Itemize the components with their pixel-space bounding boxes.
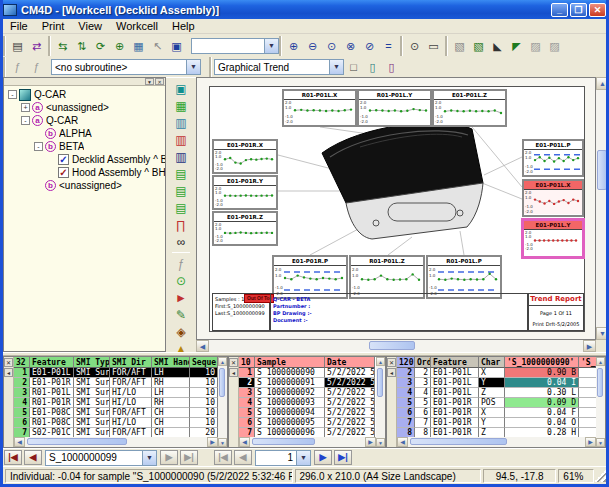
table-row[interactable]: 6R01-P08CSMI SurfHI/LOCH10	[14, 418, 218, 428]
menu-help[interactable]: Help	[165, 20, 202, 32]
table-row[interactable]: 66E01-P01RX0.04 F	[397, 408, 596, 418]
column-header[interactable]: SMI Hand	[152, 357, 190, 368]
binoculars-icon[interactable]: ∞	[171, 233, 191, 250]
cell[interactable]: S 1000000093	[255, 398, 325, 408]
chart-blue-green-icon[interactable]: ▥	[171, 114, 191, 131]
cell[interactable]	[579, 428, 596, 437]
collapse-icon[interactable]: -	[34, 142, 43, 151]
cell[interactable]: 0.04 I	[505, 378, 579, 388]
cell[interactable]: 6	[415, 408, 431, 418]
cell[interactable]: CH	[152, 428, 190, 437]
pane-collapse-icon[interactable]: ◂	[229, 368, 238, 377]
find-icon[interactable]: ▨	[527, 38, 544, 54]
pane-collapse-icon[interactable]: ◂	[387, 368, 396, 377]
column-header[interactable]: Seque	[190, 357, 218, 368]
tree-item--unassigned-[interactable]: +a<unassigned>	[4, 101, 165, 114]
cell[interactable]: HI/LO	[110, 388, 152, 398]
workcell-view-icon[interactable]: ▣	[171, 80, 191, 97]
expand-icon[interactable]: +	[21, 103, 30, 112]
print-all-icon[interactable]: ⇄	[28, 38, 45, 54]
cell[interactable]: CH	[152, 418, 190, 428]
pane-close-icon[interactable]: ✕	[229, 358, 238, 367]
query-prev-icon[interactable]: ▧	[451, 38, 468, 54]
cell[interactable]: SMI Surf	[74, 368, 110, 378]
column-header[interactable]: Feature	[431, 357, 479, 368]
table-row[interactable]: 33E01-P01LY0.04 I	[397, 378, 596, 388]
trend-chart-e01-p01l.y[interactable]: E01-P01L.Y2.01.0-1.0-2.0	[521, 218, 585, 259]
cell[interactable]: E01-P01R	[431, 408, 479, 418]
cell[interactable]: SMI Surf	[74, 378, 110, 388]
cell[interactable]: SMI Surf	[74, 388, 110, 398]
chevron-down-icon[interactable]: ▼	[329, 60, 343, 74]
update-icon[interactable]: ⇅	[73, 38, 90, 54]
cell[interactable]: FOR/AFT	[110, 378, 152, 388]
cell[interactable]: 8	[415, 428, 431, 437]
cell[interactable]: SMI Surf	[74, 428, 110, 437]
cell[interactable]: 0.30 L	[505, 388, 579, 398]
cell[interactable]: E01-P01R	[431, 428, 479, 437]
chevron-down-icon[interactable]: ▼	[264, 39, 278, 53]
cell[interactable]: 10	[190, 398, 218, 408]
comb-chart-icon[interactable]: ∏	[171, 216, 191, 233]
cell[interactable]: S 1000000096	[255, 428, 325, 437]
cell[interactable]: Z	[479, 428, 505, 437]
zoom-percent-icon[interactable]: =	[380, 38, 397, 54]
table-row[interactable]: 5E01-P08CSMI SurfFOR/AFTCH10	[14, 408, 218, 418]
pan-window-icon[interactable]: ▭	[425, 38, 442, 54]
cell[interactable]: HI/LO	[110, 398, 152, 408]
table-row[interactable]: 22E01-P01LX0.90 B	[397, 368, 596, 378]
cell[interactable]: E01-P01L	[431, 378, 479, 388]
trend-chart-e01-p01l.z[interactable]: E01-P01L.Z2.01.0-1.0-2.0	[432, 89, 507, 127]
cell[interactable]: E01-P01R	[431, 398, 479, 408]
cell[interactable]: SMI Surf	[74, 398, 110, 408]
table-row[interactable]: 1E01-P01LSMI SurfFOR/AFTLH10	[14, 368, 218, 378]
collapse-icon[interactable]: -	[8, 90, 17, 99]
zoom-fit-icon[interactable]: ⊗	[342, 38, 359, 54]
pane-close-icon[interactable]: ✕	[4, 358, 13, 367]
scroll-right-icon[interactable]: ▶	[583, 340, 596, 352]
cell[interactable]: S 1000000095	[255, 418, 325, 428]
column-header[interactable]: Sample	[255, 357, 325, 368]
cell[interactable]	[579, 368, 596, 378]
jump-first-icon[interactable]: ◣	[489, 38, 506, 54]
scroll-down-icon[interactable]: ▼	[596, 438, 605, 447]
column-header[interactable]: 'S_1000000090'	[505, 357, 579, 368]
scroll-down-icon[interactable]: ▼	[376, 438, 385, 447]
chevron-down-icon[interactable]: ▼	[186, 60, 200, 74]
magnify-icon[interactable]: ⊙	[406, 38, 423, 54]
cell[interactable]: FOR/AFT	[110, 368, 152, 378]
cell[interactable]: 0.04 F	[505, 408, 579, 418]
cell[interactable]: LH	[152, 368, 190, 378]
cell[interactable]	[579, 408, 596, 418]
cell[interactable]: 0.90 B	[505, 368, 579, 378]
table-row[interactable]: 2E01-P01RSMI SurfFOR/AFTRH10	[14, 378, 218, 388]
samples-table-grid[interactable]: 10SampleDate1S 10000000905/2/2022 5:32 P…	[239, 357, 376, 437]
report-viewport[interactable]: R01-P01L.X2.01.0-1.0-2.0R01-P01L.Y2.01.0…	[196, 77, 596, 340]
table-row[interactable]: 4R01-P01RSMI SurfHI/LORH10	[14, 398, 218, 408]
table-row[interactable]: 4S 10000000935/2/2022 5:32 P	[239, 398, 376, 408]
cell[interactable]: 10	[190, 368, 218, 378]
chevron-down-icon[interactable]: ▼	[296, 451, 310, 465]
cell[interactable]: E01-P01R	[30, 378, 74, 388]
scroll-up-icon[interactable]: ▲	[596, 357, 605, 366]
cell[interactable]: 5/2/2022 5:32 P	[325, 428, 375, 437]
find-next-icon[interactable]: ▨	[546, 38, 563, 54]
tree-item-alpha[interactable]: bALPHA	[4, 127, 165, 140]
subroutine-edit-icon[interactable]: ƒ	[9, 59, 26, 75]
cell[interactable]: 5/2/2022 5:32 P	[325, 408, 375, 418]
print-icon[interactable]: ▤	[9, 38, 26, 54]
close-button[interactable]: ✕	[589, 3, 606, 17]
menu-workcell[interactable]: Workcell	[109, 20, 165, 32]
table-row[interactable]: 88E01-P01RZ0.28 H	[397, 428, 596, 437]
scroll-thumb[interactable]	[410, 438, 507, 445]
results-table-grid[interactable]: 120OrdFeatureChar'S_1000000090''S_10022E…	[397, 357, 596, 437]
menu-print[interactable]: Print	[35, 20, 72, 32]
cell[interactable]: 5/2/2022 5:32 P	[325, 398, 375, 408]
cell[interactable]: R01-P01R	[30, 398, 74, 408]
scroll-up-icon[interactable]: ▲	[596, 77, 609, 90]
table-row[interactable]: 7S02-P01CSMI SurfFOR/AFTCH20	[14, 428, 218, 437]
cell[interactable]	[579, 418, 596, 428]
chart-edit-icon[interactable]: ✎	[171, 306, 191, 323]
cell[interactable]: Z	[479, 388, 505, 398]
cell[interactable]: 5/2/2022 5:32 P	[325, 388, 375, 398]
